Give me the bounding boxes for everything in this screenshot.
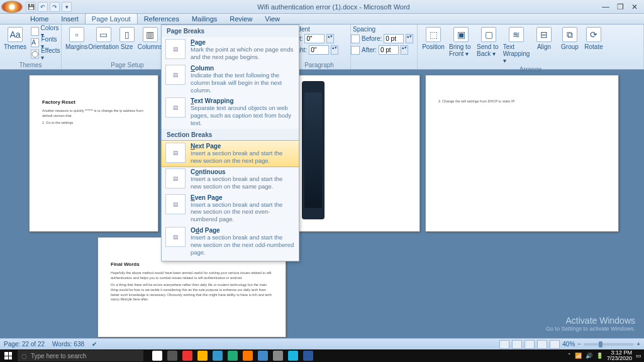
- send-back-button[interactable]: ▢Send to Back ▾: [475, 26, 502, 58]
- break-option-desc: Insert a section break and start the new…: [191, 234, 295, 256]
- activate-windows-watermark: Activate Windows Go to Settings to activ…: [546, 315, 635, 332]
- clock-date[interactable]: 7/23/2020: [607, 356, 632, 361]
- break-option-title: Next Page: [191, 143, 295, 150]
- battery-icon[interactable]: 🔋: [596, 353, 603, 359]
- p3-heading: Final Words: [111, 261, 273, 267]
- indent-left-input[interactable]: [304, 34, 325, 43]
- break-option-desc: Mark the point at which one page ends an…: [191, 46, 295, 61]
- start-button[interactable]: [0, 349, 16, 362]
- align-button[interactable]: ⊟Align: [531, 26, 557, 52]
- document-canvas[interactable]: Factory Reset Another measure to quickly…: [0, 70, 644, 338]
- qat-more-icon[interactable]: ▾: [62, 2, 72, 12]
- task-view-icon[interactable]: [167, 351, 177, 361]
- tab-references[interactable]: References: [138, 14, 186, 24]
- explorer-icon[interactable]: [197, 351, 208, 361]
- office-button[interactable]: [1, 1, 23, 13]
- cortana-icon[interactable]: [152, 351, 162, 361]
- position-button[interactable]: ⬚Position: [420, 26, 447, 52]
- break-option-desc: Insert a section break and start the new…: [191, 175, 295, 190]
- redo-icon[interactable]: ↷: [50, 2, 60, 12]
- zoom-out-button[interactable]: −: [577, 341, 581, 348]
- draft-view[interactable]: [550, 340, 560, 349]
- break-option-title: Text Wrapping: [191, 97, 295, 104]
- spacing-after[interactable]: After:▴▾: [351, 45, 408, 55]
- zoom-level[interactable]: 40%: [562, 341, 575, 348]
- break-option-icon: ▤: [165, 143, 186, 163]
- breaks-option-column[interactable]: ▤ColumnIndicate that the text following …: [162, 63, 299, 96]
- full-screen-view[interactable]: [512, 340, 522, 349]
- page-breaks-header: Page Breaks: [162, 25, 299, 37]
- taskbar-search[interactable]: ◌Type here to search: [18, 350, 143, 361]
- zoom-slider[interactable]: [584, 343, 634, 346]
- page-3[interactable]: 2. Change the wifi settings from DHCP to…: [425, 75, 619, 232]
- wifi-icon[interactable]: 📶: [575, 353, 582, 359]
- spacing-after-input[interactable]: [379, 45, 399, 55]
- text-wrap-button[interactable]: ≋Text Wrapping ▾: [503, 26, 530, 65]
- spacing-before-input[interactable]: [384, 34, 404, 43]
- opera-icon[interactable]: [182, 351, 192, 361]
- store-icon[interactable]: [213, 351, 223, 361]
- tab-home[interactable]: Home: [24, 14, 55, 24]
- orientation-icon: ▭: [96, 27, 111, 42]
- ribbon: AaThemes Colors ▾ AFonts ▾ ◯Effects ▾ Th…: [0, 25, 644, 70]
- indent-right-input[interactable]: [309, 45, 329, 55]
- break-option-icon: ▤: [165, 65, 186, 85]
- spacing-after-icon: [351, 46, 360, 55]
- page-1[interactable]: Factory Reset Another measure to quickly…: [29, 75, 158, 232]
- bring-front-icon: ▣: [453, 27, 469, 42]
- breaks-option-text-wrapping[interactable]: ▤Text WrappingSeparate text around objec…: [162, 96, 299, 129]
- volume-icon[interactable]: 🔊: [586, 353, 592, 359]
- undo-icon[interactable]: ↶: [38, 2, 48, 12]
- notifications-icon[interactable]: ▭: [636, 353, 641, 359]
- rotate-button[interactable]: ⟳Rotate: [582, 26, 605, 52]
- minimize-button[interactable]: —: [602, 3, 609, 11]
- themes-group-label: Themes: [3, 61, 58, 69]
- break-option-desc: Indicate that the text following the col…: [191, 72, 295, 94]
- tab-view[interactable]: View: [258, 14, 286, 24]
- maximize-button[interactable]: ❐: [617, 3, 624, 11]
- size-button[interactable]: ▯Size: [118, 26, 136, 52]
- align-icon: ⊟: [536, 27, 552, 42]
- idm-icon[interactable]: [228, 351, 238, 361]
- outline-view[interactable]: [537, 340, 547, 349]
- settings-icon[interactable]: [258, 351, 268, 361]
- break-option-icon: ▤: [165, 227, 186, 247]
- theme-effects[interactable]: ◯Effects ▾: [29, 48, 62, 59]
- app-icon[interactable]: [273, 351, 283, 361]
- tray-chevron-icon[interactable]: ˄: [568, 353, 571, 359]
- breaks-option-odd-page[interactable]: ▤Odd PageInsert a section break and star…: [162, 225, 299, 258]
- proofing-icon[interactable]: ✔: [92, 341, 97, 348]
- zoom-in-button[interactable]: +: [636, 341, 640, 348]
- vlc-icon[interactable]: [243, 351, 253, 361]
- close-button[interactable]: ✕: [631, 3, 638, 11]
- word-icon[interactable]: [303, 351, 313, 361]
- word-count[interactable]: Words: 638: [52, 341, 84, 348]
- window-title: Wifi authentication error (1).docx - Mic…: [72, 3, 596, 11]
- themes-button[interactable]: AaThemes: [3, 26, 28, 52]
- breaks-option-even-page[interactable]: ▤Even PageInsert a section break and sta…: [162, 192, 299, 226]
- edge-icon[interactable]: [288, 351, 298, 361]
- theme-fonts[interactable]: AFonts ▾: [29, 37, 62, 48]
- theme-colors[interactable]: Colors ▾: [29, 26, 62, 36]
- spacing-header: Spacing: [351, 26, 377, 33]
- breaks-option-page[interactable]: ▤PageMark the point at which one page en…: [162, 37, 299, 63]
- tab-mailings[interactable]: Mailings: [186, 14, 223, 24]
- tab-insert[interactable]: Insert: [55, 14, 85, 24]
- save-icon[interactable]: 💾: [26, 2, 36, 12]
- breaks-option-continuous[interactable]: ▤ContinuousInsert a section break and st…: [162, 167, 299, 192]
- orientation-button[interactable]: ▭Orientation: [91, 26, 117, 52]
- web-layout-view[interactable]: [525, 340, 535, 349]
- themes-icon: Aa: [8, 27, 23, 42]
- columns-button[interactable]: ▥Columns: [137, 26, 164, 52]
- window-controls: — ❐ ✕: [596, 3, 644, 11]
- page-count[interactable]: Page: 22 of 22: [4, 341, 45, 348]
- status-bar: Page: 22 of 22 Words: 638 ✔ 40% − +: [0, 338, 644, 349]
- tab-review[interactable]: Review: [223, 14, 258, 24]
- margins-button[interactable]: ▫Margins: [64, 26, 89, 52]
- print-layout-view[interactable]: [499, 340, 509, 349]
- group-button[interactable]: ⧉Group: [558, 26, 581, 52]
- breaks-option-next-page[interactable]: ▤Next PageInsert a section break and sta…: [161, 140, 299, 167]
- bring-front-button[interactable]: ▣Bring to Front ▾: [448, 26, 474, 58]
- tab-page-layout[interactable]: Page Layout: [85, 13, 138, 24]
- spacing-before[interactable]: Before:▴▾: [351, 33, 413, 44]
